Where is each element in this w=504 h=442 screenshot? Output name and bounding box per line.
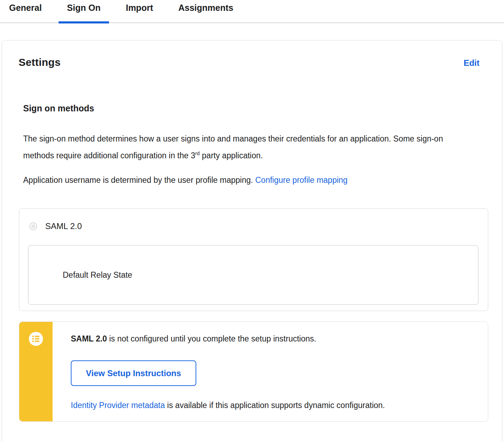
tab-assignments[interactable]: Assignments (170, 3, 242, 22)
identity-provider-metadata-link[interactable]: Identity Provider metadata (71, 401, 165, 410)
username-description: Application username is determined by th… (23, 172, 456, 188)
saml-method-box: SAML 2.0 Default Relay State (19, 208, 488, 311)
callout-content: SAML 2.0 is not configured until you com… (53, 322, 488, 421)
description-part2: party application. (200, 151, 263, 160)
edit-link[interactable]: Edit (464, 58, 479, 68)
section-title: Sign on methods (23, 103, 481, 113)
saml-radio-label: SAML 2.0 (45, 221, 82, 231)
relay-state-field-box: Default Relay State (28, 245, 478, 305)
tab-general[interactable]: General (1, 3, 50, 22)
tab-sign-on[interactable]: Sign On (59, 3, 109, 22)
tab-bar: General Sign On Import Assignments (0, 0, 504, 23)
tab-import[interactable]: Import (117, 3, 162, 22)
callout-message-bold: SAML 2.0 (71, 334, 107, 343)
card-header: Settings Edit (2, 41, 502, 68)
list-icon (28, 331, 43, 346)
saml-setup-callout: SAML 2.0 is not configured until you com… (19, 322, 488, 422)
saml-radio-button[interactable] (29, 222, 37, 230)
username-description-text: Application username is determined by th… (23, 175, 255, 185)
saml-radio-row: SAML 2.0 (19, 209, 488, 231)
sign-on-method-description: The sign-on method determines how a user… (23, 130, 456, 164)
metadata-line: Identity Provider metadata is available … (71, 401, 474, 410)
view-setup-instructions-button[interactable]: View Setup Instructions (71, 360, 196, 386)
description-superscript: rd (195, 151, 200, 156)
callout-accent-bar (19, 322, 53, 421)
relay-state-label: Default Relay State (28, 270, 132, 280)
page-title: Settings (19, 56, 61, 68)
callout-message: SAML 2.0 is not configured until you com… (71, 333, 474, 344)
settings-card: Settings Edit Sign on methods The sign-o… (2, 40, 502, 442)
callout-message-text: is not configured until you complete the… (107, 334, 316, 343)
configure-profile-mapping-link[interactable]: Configure profile mapping (255, 175, 347, 185)
metadata-line-text: is available if this application support… (165, 401, 385, 410)
